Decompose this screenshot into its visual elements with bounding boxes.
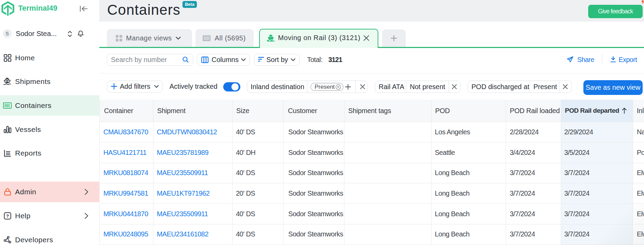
svg-text:?: ? bbox=[6, 213, 9, 219]
